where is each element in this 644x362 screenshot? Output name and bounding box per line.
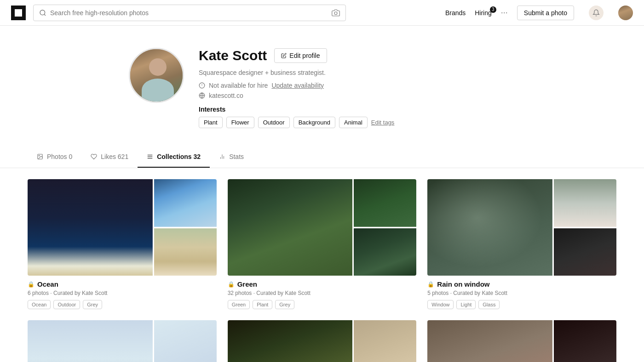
tab-stats[interactable]: Stats [210,147,253,168]
website-row: katescott.co [199,92,607,99]
green-side-bottom-img [354,228,416,276]
rain-title: Rain on window [437,280,489,288]
green-title: Green [237,280,257,288]
submit-photo-button[interactable]: Submit a photo [517,6,574,20]
tab-collections[interactable]: Collections 32 [138,147,210,168]
tag-plant[interactable]: Plant [199,117,223,128]
rain-main-img [427,179,552,276]
rain-side-bottom-img [554,228,616,276]
collection-green[interactable]: 🔒 Green 32 photos · Curated by Kate Scot… [228,179,417,309]
green-tags: Green Plant Grey [228,300,417,309]
ocean-tag-grey[interactable]: Grey [83,300,102,309]
lock-icon-green: 🔒 [228,281,235,288]
main-nav: Brands Hiring 3 ··· Submit a photo [445,6,633,20]
bell-icon [592,9,600,17]
nav-brands[interactable]: Brands [445,9,466,17]
green-tag-plant[interactable]: Plant [253,300,272,309]
svg-point-2 [334,11,337,14]
green-main-img [228,179,353,276]
edit-profile-button[interactable]: Edit profile [274,48,327,63]
tag-outdoor[interactable]: Outdoor [258,117,290,128]
stats-tab-icon [219,153,225,160]
rain-tags: Window Light Glass [427,300,616,309]
nav-more[interactable]: ··· [501,8,508,17]
ocean-tag-ocean[interactable]: Ocean [28,300,51,309]
ocean-meta: 6 photos · Curated by Kate Scott [28,290,217,296]
rain-meta: 5 photos · Curated by Kate Scott [427,290,616,296]
face-main-img [228,320,353,362]
search-icon [39,9,46,17]
rain-tag-light[interactable]: Light [456,300,476,309]
edit-tags-link[interactable]: Edit tags [371,119,395,126]
tab-photos[interactable]: Photos 0 [28,147,81,168]
tab-likes-label: Likes 621 [101,153,128,160]
rain-tag-window[interactable]: Window [427,300,454,309]
rain-side-top-img [554,179,616,227]
collection-ocean-preview [28,179,217,276]
collections-grid: 🔒 Ocean 6 photos · Curated by Kate Scott… [0,168,644,362]
tab-stats-label: Stats [229,153,244,160]
collection-sky-preview [28,320,217,362]
collection-rain[interactable]: 🔒 Rain on window 5 photos · Curated by K… [427,179,616,309]
availability-icon [199,82,205,89]
ocean-side-top-img [154,179,217,227]
nav-hiring[interactable]: Hiring 3 [475,9,492,17]
collection-sky[interactable]: 🔒 Sky 12 photos · Curated by Kate Scott … [28,320,217,362]
search-bar [33,5,346,21]
collections-tab-icon [147,153,153,160]
collection-objects-preview [427,320,616,362]
rain-title-row: 🔒 Rain on window [427,280,616,288]
profile-avatar [129,48,184,103]
availability-text: Not available for hire [209,82,268,89]
ocean-main-img [28,179,153,276]
profile-name-row: Kate Scott Edit profile [199,48,607,63]
collection-ocean[interactable]: 🔒 Ocean 6 photos · Curated by Kate Scott… [28,179,217,309]
profile-avatar-image [130,49,183,102]
green-tag-green[interactable]: Green [228,300,250,309]
ocean-tag-outdoor[interactable]: Outdoor [53,300,80,309]
ocean-tags: Ocean Outdoor Grey [28,300,217,309]
user-avatar[interactable] [618,6,633,20]
interests-label: Interests [199,106,607,113]
tag-flower[interactable]: Flower [226,117,254,128]
collection-faces[interactable]: 🔒 Faces 18 photos · Curated by Kate Scot… [228,320,417,362]
sky-side-top-img [154,320,217,362]
collection-objects[interactable]: 🔒 Objects 9 photos · Curated by Kate Sco… [427,320,616,362]
logo-icon [15,9,22,17]
search-input[interactable] [50,9,328,17]
tag-animal[interactable]: Animal [339,117,368,128]
green-meta: 32 photos · Curated by Kate Scott [228,290,417,296]
header: Brands Hiring 3 ··· Submit a photo [0,0,644,26]
profile-bio: Squarespace designer + business strategi… [199,69,607,76]
ocean-side-bottom-img [154,228,217,276]
svg-point-9 [39,155,40,156]
obj-main-img [427,320,552,362]
green-side-top-img [354,179,416,227]
collection-green-preview [228,179,417,276]
green-title-row: 🔒 Green [228,280,417,288]
tab-photos-label: Photos 0 [47,153,72,160]
update-availability-link[interactable]: Update availability [271,82,324,89]
obj-side-top-img [554,320,616,362]
lock-icon-rain: 🔒 [427,281,434,288]
collection-faces-preview [228,320,417,362]
tag-background[interactable]: Background [293,117,335,128]
profile-info: Kate Scott Edit profile Squarespace desi… [199,48,607,128]
svg-point-0 [40,10,45,15]
interests-tags: Plant Flower Outdoor Background Animal E… [199,117,607,128]
logo[interactable] [11,6,26,20]
website-text: katescott.co [209,92,243,99]
globe-icon [199,92,205,99]
rain-tag-glass[interactable]: Glass [478,300,500,309]
tab-likes[interactable]: Likes 621 [81,147,138,168]
profile-name: Kate Scott [199,48,267,63]
lock-icon-ocean: 🔒 [28,281,34,288]
face-side-top-img [354,320,416,362]
ocean-title-row: 🔒 Ocean [28,280,217,288]
notifications-icon[interactable] [589,6,604,20]
tab-collections-label: Collections 32 [157,153,201,160]
collection-rain-preview [427,179,616,276]
green-tag-grey[interactable]: Grey [275,300,294,309]
camera-search-icon[interactable] [332,9,340,17]
profile-tabs: Photos 0 Likes 621 Collections 32 Stats [0,147,644,168]
